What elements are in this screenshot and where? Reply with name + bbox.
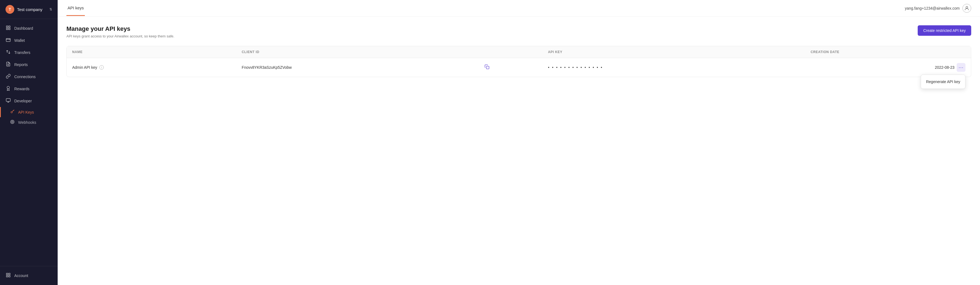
creation-date: 2022-08-23 [935,65,955,70]
reports-icon [5,62,11,68]
tab-api-keys[interactable]: API keys [67,0,85,16]
company-avatar: T [5,5,14,14]
copy-icon[interactable] [485,66,490,70]
svg-rect-0 [6,26,8,27]
sidebar-item-transfers[interactable]: Transfers [0,46,58,59]
svg-point-7 [7,86,10,89]
key-name: Admin API key [72,65,97,70]
row-dropdown-menu: Regenerate API key [921,75,966,89]
sidebar-item-label: Transfers [14,50,30,55]
svg-rect-17 [9,273,10,275]
col-name: NAME [67,46,236,58]
table-body: Admin API key i Fnovv8YKR3aSzuKp5ZVobw [67,58,971,77]
connections-icon [5,74,11,80]
sidebar-item-label: Connections [14,75,36,79]
sidebar-item-label: Webhooks [18,120,36,125]
svg-rect-2 [6,28,8,30]
sidebar-item-label: Account [14,274,28,278]
developer-icon [5,98,11,104]
account-icon [5,273,11,279]
svg-point-14 [11,121,13,123]
user-avatar[interactable] [963,4,971,13]
sidebar-item-label: Reports [14,62,28,67]
chevron-icon: ⇅ [49,7,52,11]
wallet-icon [5,37,11,43]
sidebar-item-dashboard[interactable]: Dashboard [0,22,58,34]
sidebar-item-label: Developer [14,99,32,103]
content-area: Manage your API keys API keys grant acce… [58,16,980,285]
svg-rect-16 [6,273,8,275]
sidebar-item-label: Wallet [14,38,25,43]
sidebar-item-developer[interactable]: Developer [0,95,58,107]
sidebar-item-connections[interactable]: Connections [0,71,58,83]
transfers-icon [5,50,11,56]
sidebar-nav: Dashboard Wallet Transfers Reports Conne [0,19,58,266]
info-icon[interactable]: i [99,65,104,70]
sidebar-item-account[interactable]: Account [0,270,58,282]
col-client-id: CLIENT ID [236,46,543,58]
sidebar-item-label: API Keys [18,110,34,114]
col-api-key: API KEY [542,46,805,58]
row-api-key-cell: • • • • • • • • • • • • • • [542,58,805,77]
sidebar: T Test company ⇅ Dashboard Wallet Transf… [0,0,58,285]
svg-rect-21 [487,66,489,69]
sidebar-item-api-keys[interactable]: API Keys [0,107,58,117]
svg-rect-8 [6,98,10,101]
api-keys-table-container: NAME CLIENT ID API KEY CREATION DATE Adm… [67,46,971,77]
rewards-icon [5,86,11,92]
page-subtitle: API keys grant access to your Airwallex … [67,34,174,38]
page-title: Manage your API keys [67,25,174,32]
row-name-cell: Admin API key i [67,58,236,77]
page-header: Manage your API keys API keys grant acce… [67,25,971,38]
sidebar-item-wallet[interactable]: Wallet [0,34,58,46]
svg-rect-18 [6,275,8,277]
svg-rect-19 [9,275,10,277]
client-id-value: Fnovv8YKR3aSzuKp5ZVobw [242,65,292,70]
svg-point-13 [12,122,13,122]
company-name: Test company [17,7,47,12]
col-creation-date: CREATION DATE [805,46,971,58]
sidebar-item-reports[interactable]: Reports [0,59,58,71]
svg-rect-1 [9,26,10,27]
table-row: Admin API key i Fnovv8YKR3aSzuKp5ZVobw [67,58,971,77]
dashboard-icon [5,25,11,31]
table-header: NAME CLIENT ID API KEY CREATION DATE [67,46,971,58]
top-bar: API keys yang.fang+1234@airwallex.com [58,0,980,16]
svg-point-20 [966,6,968,8]
row-copy-cell [479,58,542,77]
sidebar-bottom: Account [0,266,58,285]
svg-point-9 [11,111,12,113]
row-date-cell: 2022-08-23 ··· Regenerate API key [805,58,971,77]
user-email: yang.fang+1234@airwallex.com [905,6,960,10]
user-section: yang.fang+1234@airwallex.com [905,4,971,13]
webhooks-icon [10,120,15,125]
svg-rect-4 [6,38,10,42]
svg-rect-3 [9,28,10,30]
api-key-masked: • • • • • • • • • • • • • • [548,65,603,70]
main-content: API keys yang.fang+1234@airwallex.com Ma… [58,0,980,285]
sidebar-item-label: Dashboard [14,26,33,30]
regenerate-api-key-item[interactable]: Regenerate API key [921,77,965,87]
page-tabs: API keys [67,0,92,16]
sidebar-item-rewards[interactable]: Rewards [0,83,58,95]
row-actions-button[interactable]: ··· [957,63,966,72]
page-header-text: Manage your API keys API keys grant acce… [67,25,174,38]
company-selector[interactable]: T Test company ⇅ [0,0,58,19]
api-key-icon [10,109,15,115]
create-api-key-button[interactable]: Create restricted API key [918,25,971,36]
sidebar-item-webhooks[interactable]: Webhooks [0,117,58,127]
sidebar-item-label: Rewards [14,86,29,91]
api-keys-table: NAME CLIENT ID API KEY CREATION DATE Adm… [67,46,971,77]
row-client-id-cell: Fnovv8YKR3aSzuKp5ZVobw [236,58,479,77]
